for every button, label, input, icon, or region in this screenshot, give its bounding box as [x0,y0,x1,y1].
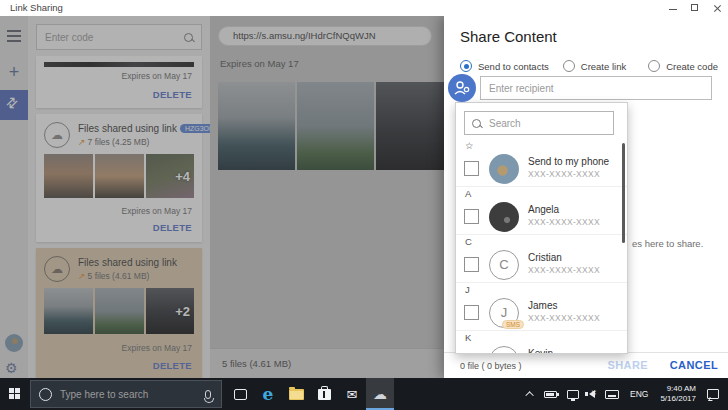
file-explorer-button[interactable] [282,378,310,410]
contact-checkbox[interactable] [464,257,479,272]
sidebar: + ⇅ ⚙ [0,16,28,378]
expires-label: Expires on May 17 [122,343,192,353]
photo-thumbnail[interactable] [376,82,444,170]
recipient-input[interactable] [480,76,712,100]
radio-create-code[interactable]: Create code [648,60,718,72]
maximize-button[interactable] [684,0,706,16]
dropdown-scrollbar[interactable] [622,143,625,243]
photo-thumbnail[interactable] [95,154,144,198]
choose-contacts-button[interactable] [448,74,476,102]
section-header-j: J [456,283,628,296]
tray-expand-button[interactable] [523,378,539,410]
share-content-panel: Share Content Send to contacts Create li… [444,16,728,378]
photo-thumbnail[interactable]: +2 [146,288,194,334]
delete-link-button[interactable]: DELETE [153,222,192,233]
photo-thumbnail[interactable] [44,288,93,334]
sidebar-item-link-sharing[interactable]: ⇅ [0,90,28,120]
photo-thumbnail[interactable] [44,154,93,198]
link-sharing-app-button[interactable]: ☁ [366,378,394,410]
contact-list: ☆ Send to my phone XXX-XXXX-XXXX A Angel… [456,139,628,354]
photo-thumbnail[interactable]: +4 [146,154,194,198]
search-icon[interactable] [183,32,195,44]
cloud-icon: ☁ [44,122,70,148]
radio-icon [648,60,660,72]
profile-avatar[interactable] [5,334,23,352]
close-button[interactable] [706,0,728,16]
edge-button[interactable]: e [254,378,282,410]
cancel-button[interactable]: CANCEL [670,359,718,371]
contact-row-kevin[interactable]: K Kevin [456,344,628,354]
photo-thumbnail[interactable] [297,82,374,170]
more-count-overlay: +2 [175,304,190,319]
radio-send-to-contacts[interactable]: Send to contacts [460,60,549,72]
task-view-button[interactable] [226,378,254,410]
thumbnail-strip [44,62,194,67]
network-status[interactable] [562,378,584,410]
contact-row-james[interactable]: J SMS James XXX-XXXX-XXXX [456,296,628,331]
date-label: 5/16/2017 [660,394,696,404]
contact-checkbox[interactable] [464,209,479,224]
contact-row-cristian[interactable]: C Cristian XXX-XXXX-XXXX [456,248,628,283]
thumbnail-row: +2 [44,288,194,334]
photo-thumbnail[interactable] [218,82,295,170]
card-title: Files shared using link [78,257,177,268]
add-share-button[interactable]: + [0,60,28,86]
delete-link-button[interactable]: DELETE [153,360,192,371]
taskbar: e ✉ ☁ ENG 9:40 AM 5/16/2017 [0,378,728,410]
taskbar-search-box[interactable] [30,380,222,408]
shared-link-card[interactable]: Expires on May 17 DELETE [36,56,202,108]
shared-link-card-selected[interactable]: ☁ Files shared using link ↗5 files (4.61… [36,248,202,378]
start-button[interactable] [0,378,30,410]
language-indicator[interactable]: ENG [624,378,654,410]
contact-checkbox[interactable] [464,305,479,320]
titlebar: Link Sharing [0,0,728,16]
microphone-icon[interactable] [205,390,211,399]
volume-status[interactable] [584,378,600,410]
cortana-icon [39,388,52,401]
section-header-favorites: ☆ [456,139,628,152]
photo-thumbnail[interactable] [95,288,144,334]
radio-icon [563,60,575,72]
touch-keyboard-button[interactable] [600,378,624,410]
minimize-button[interactable] [662,0,684,16]
panel-title: Share Content [460,28,557,45]
files-info: 7 files (4.25 MB) [88,137,150,147]
upload-arrow-icon: ↗ [78,271,86,281]
contact-avatar: K [489,346,519,354]
store-button[interactable] [310,378,338,410]
card-title: Files shared using link [78,123,177,134]
contact-search-box [464,111,614,135]
windows-logo-icon [9,388,21,400]
clock[interactable]: 9:40 AM 5/16/2017 [654,378,702,410]
battery-status[interactable] [539,378,562,410]
contact-row-angela[interactable]: Angela XXX-XXXX-XXXX [456,200,628,235]
mail-icon: ✉ [347,387,358,402]
share-button[interactable]: SHARE [607,359,648,371]
maximize-icon [691,4,698,11]
taskbar-search-input[interactable] [60,389,205,400]
window-title: Link Sharing [10,2,63,13]
photo-grid [218,82,444,170]
action-center-icon [707,389,719,399]
link-share-icon: ⇅ [2,93,22,113]
enter-code-input[interactable] [45,25,175,49]
contact-checkbox[interactable] [464,353,479,354]
share-url-pill[interactable]: https://s.amsu.ng/IHdrCfNQqWJN [218,26,432,46]
settings-gear-icon[interactable]: ⚙ [5,360,18,376]
mail-button[interactable]: ✉ [338,378,366,410]
contact-search-input[interactable] [489,112,607,134]
radio-icon [460,60,472,72]
speaker-muted-icon [589,390,595,398]
section-header-c: C [456,235,628,248]
shared-link-card[interactable]: ☁ Files shared using linkHZG3OD ↗7 files… [36,114,202,242]
screen: Link Sharing + ⇅ ⚙ Expires on May 17 DEL… [0,0,728,410]
contact-checkbox[interactable] [464,161,479,176]
contact-row-send-to-my-phone[interactable]: Send to my phone XXX-XXXX-XXXX [456,152,628,187]
delete-link-button[interactable]: DELETE [153,89,192,100]
files-summary: 5 files (4.61 MB) [222,358,291,369]
radio-create-link[interactable]: Create link [563,60,626,72]
hamburger-menu-icon[interactable] [7,30,21,45]
action-center-button[interactable] [702,378,724,410]
shared-links-panel: Expires on May 17 DELETE ☁ Files shared … [28,16,210,378]
sms-badge: SMS [502,320,524,329]
